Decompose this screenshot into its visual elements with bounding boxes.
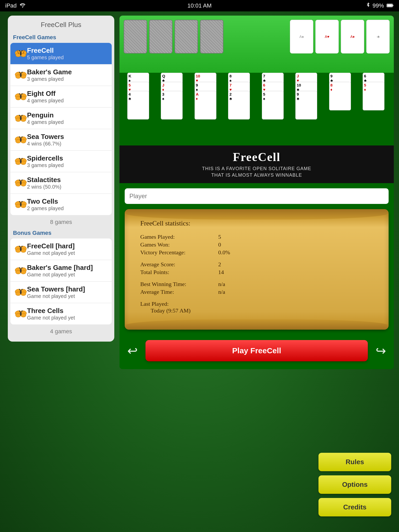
butterfly-icon-freecell-hard [15,243,27,255]
foundation-slots: A♠ A♥ A♦ ·♣ [290,20,390,54]
svg-point-83 [22,246,23,247]
free-cell-slots [124,20,223,54]
back-arrow[interactable]: ↩ [127,343,138,358]
freecell-section-header: FreeCell Games [8,31,114,43]
status-left: iPad [5,2,25,9]
rules-button[interactable]: Rules [318,453,391,471]
bottom-buttons: Rules Options Credits [318,453,391,516]
svg-point-78 [21,249,26,252]
status-bar: iPad 10:01 AM 99% [0,0,399,11]
bonus-section-header: Bonus Games [8,227,114,238]
battery-percentage: 99% [373,2,384,9]
free-slot-3 [175,20,198,54]
game-title-banner: FreeCell This is a favorite open solitai… [119,145,394,183]
game-item-seatowers[interactable]: Sea Towers 4 wins (66.7%) [10,129,112,151]
svg-point-70 [20,202,22,207]
svg-point-52 [20,159,22,163]
device-label: iPad [5,2,17,9]
game-item-penguin[interactable]: Penguin 4 games played [10,108,112,129]
stat-avg-time: Average Time: n/a [140,289,373,295]
svg-point-29 [22,93,23,94]
svg-point-50 [16,161,21,165]
svg-point-20 [22,72,23,73]
game-subtitle: This is a favorite open solitaire gameth… [125,165,389,178]
butterfly-icon-bakers [15,69,27,81]
game-item-stalactites[interactable]: Stalactites 2 wins (50.0%) [10,172,112,194]
svg-point-74 [22,201,23,202]
penguin-name: Penguin [27,111,64,119]
game-item-eightoff[interactable]: Eight Off 4 games played [10,86,112,108]
scroll-content: FreeCell statistics: Games Played: 5 Gam… [140,220,373,314]
butterfly-icon-freecell [15,47,27,60]
game-item-bakers[interactable]: Baker's Game 3 games played [10,64,112,86]
free-slot-1 [124,20,147,54]
freecell-game-list: FreeCell 5 games played Baker's Game 3 g… [10,43,112,215]
svg-point-34 [20,116,22,120]
stalactites-info: Stalactites 2 wins (50.0%) [27,176,61,190]
svg-point-60 [21,183,26,186]
game-item-threecells[interactable]: Three Cells Game not played yet [10,303,112,324]
svg-point-5 [16,53,21,57]
svg-point-32 [16,118,21,122]
forward-arrow[interactable]: ↪ [376,343,386,358]
col-8: 6♣ 5♦ [363,73,386,143]
svg-point-7 [20,51,22,56]
twocells-name: Two Cells [27,197,64,205]
spidercells-stats: 3 games played [27,162,64,168]
card-columns: K♠ 5♥ 4♣ Q♣ J♦ 3♠ 10♥ 9♠ A♦ 8♠ 7♥ 2♣ 7♣ … [119,73,394,145]
freecell-hard-info: FreeCell [hard] Game not played yet [27,242,75,256]
bluetooth-icon [366,2,370,9]
svg-point-51 [21,161,26,165]
butterfly-icon-stalactites [15,177,27,189]
svg-point-73 [19,201,20,202]
player-input-container [119,183,394,207]
free-slot-4 [200,20,223,54]
svg-point-6 [21,53,26,57]
stats-title: FreeCell statistics: [140,220,373,227]
col-7: 9♣ 8♦ [329,73,353,143]
play-button[interactable]: Play FreeCell [145,340,368,361]
svg-point-110 [22,310,23,311]
player-input[interactable] [125,188,389,204]
options-button[interactable]: Options [318,475,391,494]
freecell-name: FreeCell [27,46,64,55]
svg-point-24 [21,96,26,100]
freecell-count: 8 games [8,215,114,227]
svg-point-95 [16,292,21,296]
svg-point-46 [19,136,20,137]
game-item-freecell-hard[interactable]: FreeCell [hard] Game not played yet [10,238,112,260]
butterfly-icon-seatowers [15,134,27,146]
foundation-slot-1: A♠ [290,20,313,54]
seatowers-name: Sea Towers [27,133,64,141]
game-item-spidercells[interactable]: Spidercells 3 games played [10,151,112,172]
foundation-slot-2: A♥ [315,20,339,54]
stat-total-points: Total Points: 14 [140,269,373,276]
bakers-hard-stats: Game not played yet [27,272,93,278]
svg-point-37 [19,115,20,116]
foundation-slot-3: A♦ [341,20,364,54]
freecell-stats: 5 games played [27,55,64,61]
seatowers-hard-name: Sea Towers [hard] [27,285,85,293]
game-item-bakers-hard[interactable]: Baker's Game [hard] Game not played yet [10,260,112,282]
panel-title: FreeCell Plus [8,16,114,31]
game-item-twocells[interactable]: Two Cells 2 games played [10,194,112,215]
scroll-container: FreeCell statistics: Games Played: 5 Gam… [119,207,394,335]
svg-point-106 [20,312,22,316]
penguin-info: Penguin 4 games played [27,111,64,125]
game-item-freecell[interactable]: FreeCell 5 games played [10,43,112,64]
bonus-game-list: FreeCell [hard] Game not played yet Bake… [10,238,112,324]
credits-button[interactable]: Credits [318,498,391,516]
svg-point-19 [19,72,20,73]
seatowers-hard-stats: Game not played yet [27,293,85,299]
svg-point-87 [21,270,26,274]
svg-point-25 [20,95,22,99]
svg-point-23 [16,96,21,100]
svg-point-91 [19,267,20,268]
card: 5♦ [363,82,384,110]
stat-games-played: Games Played: 5 [140,234,373,240]
freecell-hard-name: FreeCell [hard] [27,242,75,250]
svg-point-42 [21,139,26,143]
svg-rect-1 [393,5,393,6]
game-item-seatowers-hard[interactable]: Sea Towers [hard] Game not played yet [10,282,112,303]
stat-group-score: Average Score: 2 Total Points: 14 [140,261,373,276]
